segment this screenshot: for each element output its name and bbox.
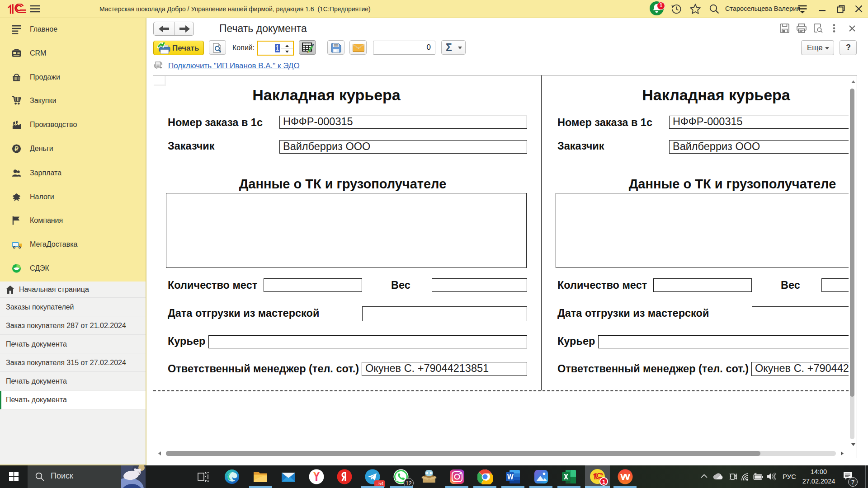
svg-text:₽: ₽ [14, 145, 19, 152]
